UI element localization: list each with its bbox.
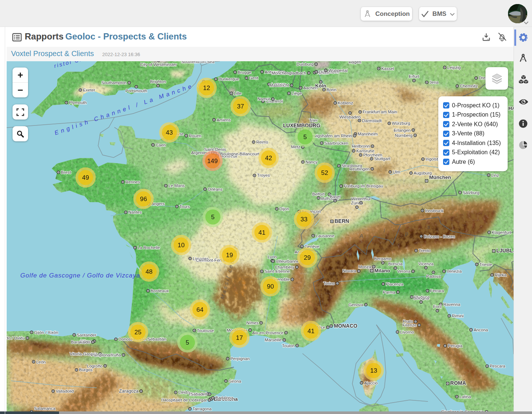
svg-text:Pescara: Pescara: [490, 364, 505, 368]
svg-text:BERN: BERN: [335, 218, 349, 224]
svg-text:Reutlingen: Reutlingen: [349, 167, 370, 171]
svg-text:Koblenz: Koblenz: [338, 101, 353, 105]
svg-text:Freiburg im Breisgau: Freiburg im Breisgau: [344, 184, 383, 188]
svg-text:37: 37: [237, 103, 244, 110]
svg-text:Saarbrücken: Saarbrücken: [324, 141, 348, 145]
svg-text:Saint-Etienne: Saint-Etienne: [265, 269, 290, 273]
svg-text:19: 19: [226, 252, 233, 259]
svg-text:96: 96: [140, 196, 147, 203]
svg-text:Plymouth: Plymouth: [69, 100, 87, 105]
svg-text:Brescia: Brescia: [388, 262, 403, 266]
svg-text:Ajaccio: Ajaccio: [364, 381, 378, 385]
svg-text:Boulogne-Billancourt: Boulogne-Billancourt: [220, 152, 260, 156]
svg-text:Rimini: Rimini: [452, 314, 464, 318]
svg-text:Piacenza: Piacenza: [386, 282, 404, 286]
svg-text:Girona: Girona: [228, 379, 241, 383]
svg-text:Ancona: Ancona: [474, 328, 488, 332]
svg-text:Nantes: Nantes: [128, 210, 142, 214]
svg-text:Ulm: Ulm: [393, 170, 400, 174]
svg-text:Orléans: Orléans: [208, 187, 223, 192]
svg-text:Southend-on-Sea: Southend-on-Sea: [181, 61, 215, 64]
svg-text:HA: HA: [508, 106, 514, 111]
svg-text:Milano: Milano: [374, 268, 390, 273]
svg-text:Brest: Brest: [61, 170, 71, 175]
svg-text:Parma: Parma: [383, 290, 395, 294]
svg-text:Logroño: Logroño: [87, 364, 103, 368]
svg-text:25: 25: [135, 329, 142, 336]
svg-text:Torino: Torino: [323, 281, 335, 286]
svg-text:13: 13: [370, 367, 377, 374]
svg-text:Southampton: Southampton: [101, 80, 127, 85]
svg-text:Heilbronn: Heilbronn: [352, 144, 370, 148]
svg-text:Klagenfurt: Klagenfurt: [492, 230, 511, 235]
svg-text:Nürnberg: Nürnberg: [395, 133, 412, 138]
svg-text:l'Hospitalet de Llobregat: l'Hospitalet de Llobregat: [161, 398, 207, 402]
svg-text:Trier: Trier: [309, 118, 318, 123]
svg-text:12: 12: [203, 84, 210, 92]
svg-text:42: 42: [265, 155, 272, 162]
svg-text:Pamplona/Iruña: Pamplona/Iruña: [91, 353, 121, 357]
svg-text:München: München: [429, 175, 451, 180]
svg-text:Bologna: Bologna: [413, 296, 429, 300]
svg-text:Ferrara: Ferrara: [430, 289, 444, 293]
svg-text:Monza: Monza: [358, 265, 371, 269]
svg-text:Würzburg: Würzburg: [392, 121, 410, 125]
svg-text:Mönchengladbach: Mönchengladbach: [272, 71, 306, 75]
svg-text:Trieste: Trieste: [479, 262, 492, 267]
svg-text:48: 48: [146, 268, 153, 275]
svg-text:Lausanne: Lausanne: [316, 234, 335, 238]
svg-text:Badalona: Badalona: [215, 396, 234, 400]
svg-text:Verona: Verona: [397, 269, 411, 273]
svg-text:Tours: Tours: [179, 204, 190, 209]
svg-text:Angers: Angers: [151, 201, 165, 206]
svg-text:Latina: Latina: [459, 394, 471, 399]
svg-text:Darmstadt: Darmstadt: [362, 118, 382, 123]
svg-text:A: A: [359, 232, 364, 239]
svg-text:Toulouse: Toulouse: [197, 328, 214, 333]
svg-text:Dunkerque: Dunkerque: [218, 77, 239, 81]
svg-text:Nîmes: Nîmes: [246, 321, 259, 325]
svg-text:Karlsruhe: Karlsruhe: [356, 149, 374, 153]
svg-text:Rennes: Rennes: [125, 180, 140, 184]
svg-text:41: 41: [259, 229, 266, 236]
svg-text:43: 43: [166, 129, 173, 136]
svg-text:Rijeka: Rijeka: [495, 273, 507, 277]
svg-text:Forlì: Forlì: [433, 304, 442, 309]
svg-text:Frankfurt am Main: Frankfurt am Main: [363, 110, 397, 114]
svg-text:Aix-en-Provence: Aix-en-Provence: [252, 331, 283, 335]
svg-text:Portsmouth: Portsmouth: [125, 89, 147, 93]
svg-text:Valladolid: Valladolid: [56, 389, 74, 393]
svg-text:Perugia: Perugia: [448, 344, 463, 348]
svg-text:Oviedo / Uviéu: Oviedo / Uviéu: [7, 336, 25, 340]
svg-text:Vicenza: Vicenza: [418, 262, 433, 266]
svg-text:52: 52: [321, 169, 328, 176]
svg-text:Jena: Jena: [429, 80, 439, 84]
svg-text:Le Mans: Le Mans: [169, 183, 185, 188]
svg-text:Leipzig: Leipzig: [447, 65, 460, 70]
svg-text:Troyes: Troyes: [257, 173, 270, 177]
svg-text:p: p: [405, 230, 408, 237]
svg-text:29: 29: [304, 254, 311, 261]
svg-text:Barakaldo: Barakaldo: [71, 340, 90, 344]
svg-text:Venezia: Venezia: [446, 269, 462, 273]
svg-text:Chambéry: Chambéry: [275, 265, 294, 269]
svg-text:64: 64: [197, 306, 204, 313]
svg-text:Genova: Genova: [348, 303, 363, 307]
svg-text:Chemnitz: Chemnitz: [460, 84, 478, 88]
svg-text:Salamanca: Salamanca: [34, 406, 56, 411]
svg-text:ROMA: ROMA: [450, 380, 466, 386]
svg-text:Zaragoza: Zaragoza: [119, 389, 139, 394]
svg-text:Liège: Liège: [291, 91, 302, 96]
svg-text:Padova: Padova: [426, 274, 441, 279]
svg-text:Erfurt: Erfurt: [409, 74, 419, 79]
svg-text:Winterthur: Winterthur: [351, 197, 371, 201]
svg-text:Burgos: Burgos: [79, 368, 93, 372]
svg-text:Brugge: Brugge: [238, 70, 251, 75]
svg-text:Nancy: Nancy: [305, 160, 318, 164]
svg-text:Kassel: Kassel: [381, 66, 394, 71]
svg-text:Santander: Santander: [77, 333, 96, 337]
svg-text:Villeurbanne: Villeurbanne: [276, 259, 299, 263]
svg-text:Bergamo: Bergamo: [374, 256, 391, 261]
svg-text:Gijón / Xixón: Gijón / Xixón: [34, 330, 58, 335]
svg-text:Novara: Novara: [342, 269, 356, 273]
